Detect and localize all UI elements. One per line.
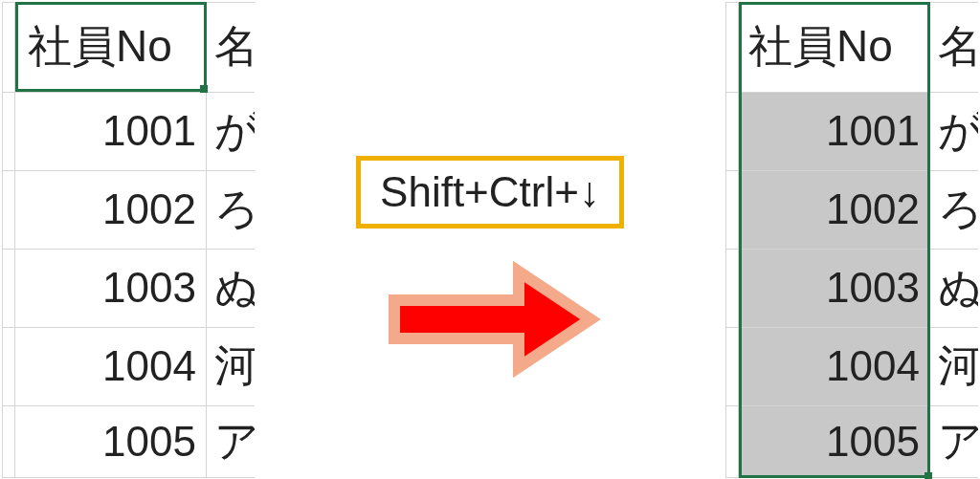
row-gutter (725, 405, 739, 478)
cell[interactable]: 1005 (739, 405, 930, 478)
cell[interactable]: ア (207, 405, 255, 478)
cell[interactable]: ろ (930, 170, 978, 249)
shortcut-label: Shift+Ctrl+↓ (356, 156, 624, 229)
middle-section: Shift+Ctrl+↓ (255, 98, 725, 381)
row-gutter (2, 2, 15, 92)
cell[interactable]: ぬ (930, 249, 978, 327)
cell-header-b[interactable]: 名前 (930, 2, 978, 92)
cell[interactable]: 1001 (739, 92, 930, 170)
cell[interactable]: ぬ (207, 249, 255, 327)
row-gutter (725, 327, 739, 405)
cell[interactable]: 1004 (15, 327, 207, 405)
cell[interactable]: が (207, 92, 255, 170)
row-gutter (2, 170, 15, 249)
row-gutter (725, 170, 739, 249)
cell[interactable]: 1003 (15, 249, 207, 327)
right-spreadsheet: 社員No 名前 1001 が 1002 ろ 1003 ぬ 1004 河 1005… (725, 2, 978, 478)
arrow-icon (375, 257, 605, 381)
diagram-container: 社員No 名前 1001 が 1002 ろ 1003 ぬ 1004 河 1005… (0, 0, 980, 479)
row-gutter (2, 249, 15, 327)
row-gutter (725, 249, 739, 327)
row-gutter (725, 92, 739, 170)
cell[interactable]: ろ (207, 170, 255, 249)
row-gutter (2, 327, 15, 405)
cell[interactable]: 1001 (15, 92, 207, 170)
cell[interactable]: 河 (930, 327, 978, 405)
row-gutter (2, 405, 15, 478)
cell-header-a[interactable]: 社員No (739, 2, 930, 92)
cell-header-a[interactable]: 社員No (15, 2, 207, 92)
cell[interactable]: 河 (207, 327, 255, 405)
row-gutter (725, 2, 739, 92)
cell-header-b[interactable]: 名前 (207, 2, 255, 92)
cell[interactable]: 1005 (15, 405, 207, 478)
cell[interactable]: 1004 (739, 327, 930, 405)
left-spreadsheet: 社員No 名前 1001 が 1002 ろ 1003 ぬ 1004 河 1005… (2, 2, 255, 478)
cell[interactable]: 1002 (739, 170, 930, 249)
cell[interactable]: ア (930, 405, 978, 478)
cell[interactable]: が (930, 92, 978, 170)
cell[interactable]: 1002 (15, 170, 207, 249)
row-gutter (2, 92, 15, 170)
cell[interactable]: 1003 (739, 249, 930, 327)
